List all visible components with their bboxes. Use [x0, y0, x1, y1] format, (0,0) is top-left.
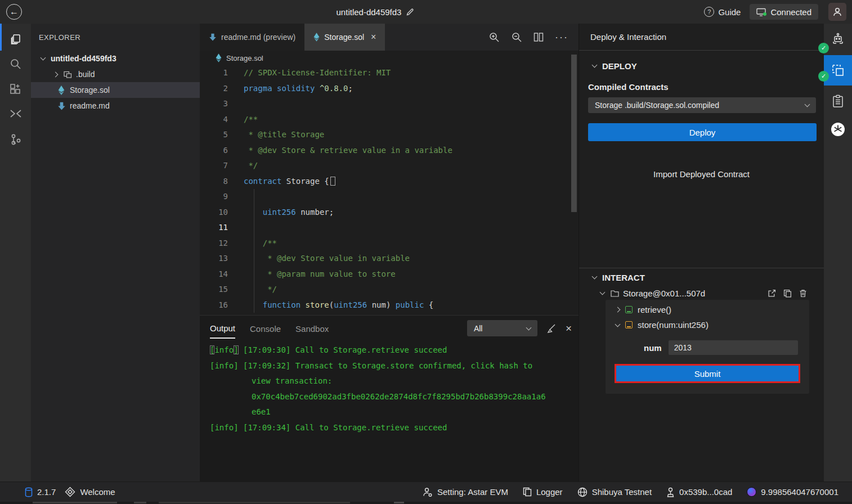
import-deployed-contract-link[interactable]: Import Deployed Contract	[579, 169, 824, 179]
line-number: 16	[200, 298, 236, 313]
explorer-files-icon[interactable]	[0, 28, 31, 51]
logger-item[interactable]: Logger	[523, 487, 563, 497]
status-bar: 2.1.7 Welcome Setting: Astar EVM Logg	[0, 482, 852, 502]
clear-logs-icon[interactable]	[546, 323, 557, 334]
copy-icon[interactable]	[783, 289, 792, 298]
write-method-icon	[625, 321, 633, 328]
method-store[interactable]: store(num:uint256)	[606, 317, 809, 332]
code-lines[interactable]: 1// SPDX-License-Identifier: MIT2pragma …	[200, 65, 579, 315]
chevron-right-icon	[53, 71, 59, 77]
line-number: 11	[200, 220, 236, 236]
version-item: 2.1.7	[25, 487, 56, 497]
tab-close-icon[interactable]: ×	[371, 32, 376, 42]
openai-chatgpt-icon[interactable]	[824, 118, 852, 141]
person-gear-icon	[423, 487, 433, 497]
right-activity-bar	[824, 24, 852, 482]
back-button[interactable]: ←	[6, 4, 22, 20]
param-num-label: num	[644, 343, 662, 353]
close-panel-icon[interactable]: ×	[566, 323, 572, 334]
clipboard-icon[interactable]	[824, 90, 852, 112]
database-icon	[25, 487, 33, 497]
contract-methods-box: retrieve() store(num:uint256) num Submit	[606, 300, 809, 394]
setting-item[interactable]: Setting: Astar EVM	[423, 487, 508, 497]
deploy-panel-icon-active[interactable]	[824, 55, 852, 86]
tree-item-build[interactable]: .build	[31, 66, 200, 82]
log-filter-select[interactable]: All	[467, 320, 537, 336]
editor-scrollbar[interactable]	[571, 55, 577, 212]
chevron-down-icon	[592, 62, 598, 68]
submit-button[interactable]: Submit	[615, 364, 800, 383]
text-cursor	[330, 177, 335, 186]
left-activity-bar	[0, 24, 31, 482]
log-tx-hash[interactable]: 0x70c4beb7ced6902ad3fbe0262de2874d8fc7f8…	[210, 389, 573, 405]
zoom-out-icon[interactable]	[511, 32, 522, 43]
edit-title-pencil-icon[interactable]	[406, 8, 414, 16]
line-number: 10	[200, 205, 236, 220]
line-number: 2	[200, 81, 236, 97]
open-external-icon[interactable]	[768, 289, 776, 298]
plugins-grid-icon[interactable]	[0, 78, 31, 100]
chevron-down-icon	[41, 55, 46, 61]
log-line: [info] [17:09:34] Call to Storage.retrie…	[210, 420, 573, 436]
top-bar: ← untitled-dd459fd3 ? Guide Connected	[0, 0, 852, 24]
chevron-down-icon	[805, 102, 810, 107]
markdown-icon	[57, 102, 66, 110]
avatar[interactable]	[828, 3, 846, 21]
tree-item-readme-md[interactable]: readme.md	[31, 98, 200, 114]
ethereum-icon	[57, 86, 66, 95]
compiled-contracts-select[interactable]: Storage .build/Storage.sol.compiled	[588, 97, 816, 113]
collapse-panels-icon[interactable]	[0, 102, 31, 125]
build-folder-icon	[63, 70, 72, 78]
tab-console[interactable]: Console	[250, 318, 281, 338]
zoom-in-icon[interactable]	[488, 32, 500, 43]
log-line: [info] [17:09:30] Call to Storage.retrie…	[210, 343, 573, 358]
tab-readme-preview[interactable]: readme.md (preview)	[200, 24, 304, 51]
tab-storage-sol[interactable]: Storage.sol ×	[304, 24, 385, 51]
line-number: 6	[200, 143, 236, 159]
panel-title: Deploy & Interaction	[579, 24, 824, 51]
chevron-down-icon	[592, 274, 598, 280]
log-list: [info] [17:09:30] Call to Storage.retrie…	[210, 343, 573, 482]
welcome-item[interactable]: Welcome	[65, 487, 115, 497]
deploy-button[interactable]: Deploy	[588, 123, 817, 141]
deploy-section-header[interactable]: DEPLOY	[579, 58, 824, 73]
code-line: 7 */	[200, 158, 579, 174]
deployed-contract-row[interactable]: Storage@0x01...507d	[579, 286, 824, 300]
guide-button[interactable]: ? Guide	[704, 7, 741, 17]
chevron-down-icon	[526, 325, 531, 330]
interact-section-header[interactable]: INTERACT	[579, 270, 824, 285]
code-line: 8contract Storage {	[200, 174, 579, 190]
log-tx-hash[interactable]: e6e1	[210, 404, 573, 420]
line-number: 4	[200, 112, 236, 128]
code-line: 6 * @dev Store & retrieve value in a var…	[200, 143, 579, 159]
network-item[interactable]: Shibuya Testnet	[577, 487, 652, 497]
git-branch-icon[interactable]	[0, 128, 31, 151]
folder-icon	[610, 290, 619, 297]
code-line: 9	[200, 189, 579, 205]
markdown-icon	[209, 33, 217, 41]
param-num-input[interactable]	[669, 340, 798, 355]
connected-button[interactable]: Connected	[750, 4, 818, 20]
split-editor-icon[interactable]	[533, 32, 544, 42]
explorer-header: EXPLORER	[31, 24, 200, 51]
tab-output[interactable]: Output	[210, 318, 235, 339]
trash-icon[interactable]	[799, 289, 807, 298]
tab-sandbox[interactable]: Sandbox	[295, 318, 329, 338]
balance-item[interactable]: 9.998564047670001	[747, 487, 838, 497]
line-number: 1	[200, 65, 236, 81]
method-retrieve[interactable]: retrieve()	[606, 302, 809, 317]
more-actions-icon[interactable]: ···	[555, 34, 568, 40]
log-line: view transaction:	[210, 374, 573, 389]
project-title: untitled-dd459fd3	[337, 7, 402, 17]
tree-root-folder[interactable]: untitled-dd459fd3	[31, 51, 200, 66]
line-number: 9	[200, 189, 236, 205]
line-number: 5	[200, 127, 236, 143]
wallet-address-item[interactable]: 0x539b...0cad	[666, 487, 732, 497]
breadcrumb[interactable]: Storage.sol	[200, 51, 579, 65]
address-pin-icon	[666, 487, 675, 497]
online-dot	[763, 12, 766, 16]
tree-item-storage-sol[interactable]: Storage.sol	[31, 82, 200, 98]
check-badge: ✓	[818, 71, 829, 82]
line-number: 14	[200, 267, 236, 282]
search-icon[interactable]	[0, 52, 31, 75]
